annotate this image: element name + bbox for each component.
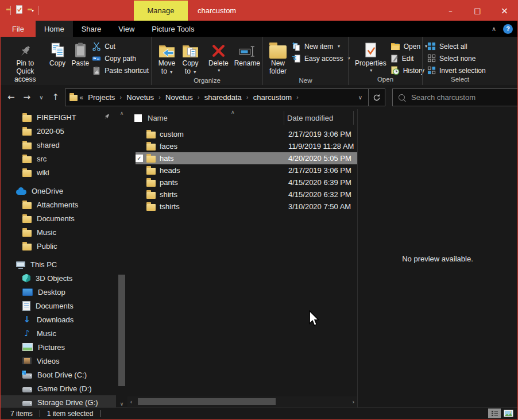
breadcrumb-item-current[interactable]: charcustom: [250, 93, 295, 102]
breadcrumb-item[interactable]: Projects: [85, 93, 118, 102]
column-divider[interactable]: [284, 111, 284, 125]
column-header-date-modified[interactable]: Date modified: [287, 114, 333, 122]
properties-shortcut-button[interactable]: [15, 5, 24, 17]
address-history-chevron-icon[interactable]: ∨: [353, 94, 368, 101]
sidebar-item-3d-objects[interactable]: 3D Objects: [1, 271, 116, 285]
tab-home[interactable]: Home: [36, 21, 73, 37]
column-header-name[interactable]: Name: [148, 114, 168, 122]
easy-access-button[interactable]: Easy access ▾: [292, 53, 350, 64]
forward-icon[interactable]: →: [24, 92, 31, 102]
recent-locations-chevron-icon[interactable]: ∨: [39, 94, 43, 101]
maximize-button[interactable]: □: [464, 0, 491, 21]
breadcrumb-separator-icon[interactable]: ›: [118, 94, 123, 101]
pin-to-quick-access-button[interactable]: Pin to Quick access: [4, 38, 47, 84]
details-view-button[interactable]: [488, 409, 501, 418]
scroll-down-icon[interactable]: ∨: [118, 400, 126, 408]
file-row-tshirts[interactable]: tshirts 3/10/2020 7:50 AM: [136, 201, 357, 213]
sidebar-scrollbar[interactable]: ∧ ∨: [118, 109, 126, 408]
up-icon[interactable]: ↑: [52, 92, 59, 102]
sidebar-item-desktop[interactable]: Desktop: [1, 285, 116, 299]
folder-icon: [22, 244, 32, 251]
scroll-left-icon[interactable]: ‹: [127, 398, 135, 406]
paste-shortcut-button[interactable]: Paste shortcut: [92, 65, 149, 76]
desktop-icon: [22, 288, 33, 296]
invert-selection-button[interactable]: Invert selection: [427, 65, 486, 76]
select-all-button[interactable]: Select all: [427, 41, 486, 52]
paste-button[interactable]: Paste: [69, 38, 92, 69]
sidebar-item-pictures[interactable]: Pictures: [1, 340, 116, 354]
tab-share[interactable]: Share: [73, 21, 110, 37]
cut-scissors-icon: [92, 42, 101, 51]
scrollbar-thumb[interactable]: [138, 398, 276, 405]
minimize-button[interactable]: –: [437, 0, 464, 21]
tab-file[interactable]: File: [1, 21, 36, 37]
new-item-button[interactable]: New item ▾: [292, 41, 350, 52]
tab-view[interactable]: View: [110, 21, 143, 37]
breadcrumb-separator-icon[interactable]: ›: [196, 94, 202, 101]
copy-button[interactable]: Copy: [47, 38, 69, 69]
thumbnail-view-button[interactable]: [502, 409, 515, 418]
sidebar-item-onedrive[interactable]: OneDrive: [1, 184, 116, 198]
sidebar-item-storage-drive-g[interactable]: Storage Drive (G:): [1, 395, 116, 408]
sidebar-item-2020-05[interactable]: 2020-05: [1, 124, 116, 138]
sidebar-item-documents[interactable]: Documents: [1, 299, 116, 313]
file-row-custom[interactable]: custom 2/17/2019 3:06 PM: [136, 128, 357, 140]
sidebar-item-boot-drive-c[interactable]: Boot Drive (C:): [1, 368, 116, 382]
sidebar-item-downloads[interactable]: ↓Downloads: [1, 313, 116, 326]
breadcrumb-item[interactable]: Novetus: [163, 93, 196, 102]
move-to-button[interactable]: Move to ▾: [155, 38, 179, 77]
group-label-select: Select: [423, 76, 497, 85]
breadcrumb-separator-icon[interactable]: ›: [157, 94, 163, 101]
file-row-hats[interactable]: ✓ hats 4/20/2020 5:05 PM: [136, 152, 357, 164]
back-icon[interactable]: ←: [7, 92, 15, 102]
sidebar-item-public[interactable]: Public: [1, 239, 116, 253]
sidebar-item-firefight[interactable]: FIREFIGHT: [1, 110, 116, 124]
breadcrumb-separator-icon[interactable]: ›: [295, 94, 300, 101]
collapse-ribbon-icon[interactable]: ∧: [492, 25, 496, 33]
file-row-pants[interactable]: pants 4/15/2020 6:39 PM: [136, 176, 357, 188]
breadcrumb-separator-icon[interactable]: ›: [245, 94, 250, 101]
sidebar-item-label: Storage Drive (G:): [37, 398, 98, 407]
help-icon[interactable]: ?: [503, 24, 513, 34]
select-all-checkbox[interactable]: [134, 114, 142, 122]
delete-button[interactable]: Delete ▾: [206, 38, 231, 74]
select-none-button[interactable]: Select none: [427, 53, 486, 64]
breadcrumb-item[interactable]: shareddata: [202, 93, 245, 102]
navigation-bar: ← → ∨ ↑ « Projects › Novetus › Novetus ›…: [1, 85, 517, 109]
copy-path-button[interactable]: Copy path: [92, 53, 149, 64]
new-folder-button[interactable]: New folder: [266, 38, 289, 77]
sidebar-item-attachments[interactable]: Attachments: [1, 198, 116, 211]
scroll-right-icon[interactable]: ›: [350, 398, 357, 406]
scrollbar-thumb[interactable]: [118, 275, 125, 386]
column-divider[interactable]: [353, 111, 354, 125]
rename-button[interactable]: Rename: [231, 38, 263, 69]
properties-button[interactable]: Properties ▾: [352, 38, 389, 74]
refresh-button[interactable]: [369, 89, 385, 106]
address-bar[interactable]: « Projects › Novetus › Novetus › sharedd…: [65, 88, 385, 106]
sidebar-item-music-onedrive[interactable]: Music: [1, 225, 116, 239]
sidebar-item-documents-onedrive[interactable]: Documents: [1, 211, 116, 225]
sidebar-item-music[interactable]: ♪Music: [1, 326, 116, 340]
sidebar-item-videos[interactable]: Videos: [1, 354, 116, 368]
manage-contextual-tab[interactable]: Manage: [134, 0, 188, 21]
horizontal-scrollbar[interactable]: ‹ ›: [127, 396, 357, 407]
scroll-up-icon[interactable]: ∧: [118, 109, 126, 117]
scrollbar-track[interactable]: [135, 398, 350, 406]
sidebar-item-game-drive-d[interactable]: Game Drive (D:): [1, 382, 116, 395]
sidebar-item-wiki[interactable]: wiki: [1, 165, 116, 179]
breadcrumb-overflow-icon[interactable]: «: [78, 94, 85, 102]
search-box[interactable]: [392, 88, 518, 106]
file-row-faces[interactable]: faces 11/9/2019 11:28 AM: [136, 140, 357, 152]
breadcrumb-item[interactable]: Novetus: [123, 93, 157, 102]
copy-to-button[interactable]: Copy to ▾: [179, 38, 202, 77]
file-row-shirts[interactable]: shirts 4/15/2020 6:32 PM: [136, 188, 357, 201]
sidebar-item-this-pc[interactable]: This PC: [1, 257, 116, 271]
cut-button[interactable]: Cut: [92, 41, 149, 52]
sidebar-item-src[interactable]: src: [1, 152, 116, 165]
close-button[interactable]: ×: [491, 0, 518, 21]
row-checkbox-checked[interactable]: ✓: [136, 155, 143, 162]
file-row-heads[interactable]: heads 2/17/2019 3:06 PM: [136, 164, 357, 176]
tab-picture-tools[interactable]: Picture Tools: [143, 21, 203, 37]
search-input[interactable]: [410, 93, 516, 102]
sidebar-item-shared[interactable]: shared: [1, 138, 116, 152]
